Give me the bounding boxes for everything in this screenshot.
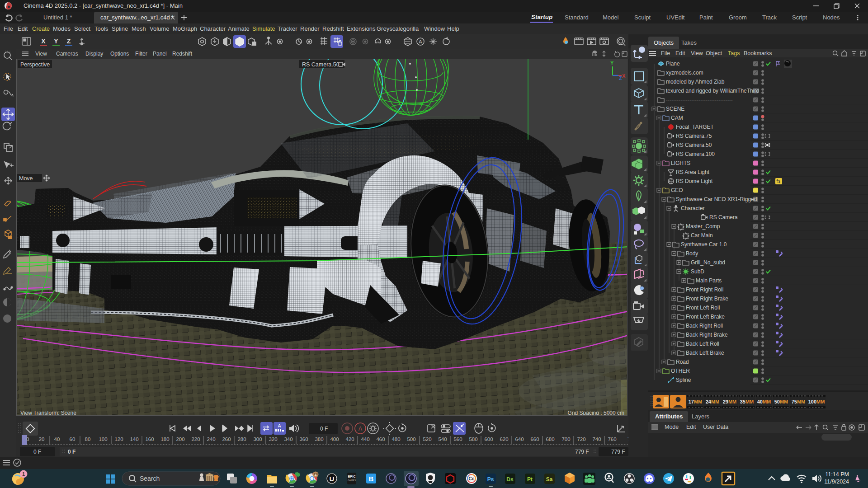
svg-text:560: 560 [453,436,462,442]
svg-text:120: 120 [114,436,123,442]
svg-text:80: 80 [85,436,91,442]
svg-text:0: 0 [26,436,29,442]
svg-text:Y: Y [610,60,614,66]
svg-text:40: 40 [54,436,60,442]
svg-text:140: 140 [130,436,138,442]
svg-text:620: 620 [500,436,508,442]
svg-text:RS Camera.50: RS Camera.50 [302,61,340,68]
svg-text:480: 480 [392,436,400,442]
svg-text:180: 180 [160,436,169,442]
svg-text:Sa: Sa [546,476,553,483]
svg-text:220: 220 [191,436,200,442]
svg-text:50MM: 50MM [774,399,788,404]
svg-text:Ps: Ps [487,476,494,483]
svg-text:320: 320 [269,436,277,442]
svg-text:160: 160 [145,436,154,442]
svg-text:U: U [330,475,335,483]
svg-text:540: 540 [438,436,447,442]
svg-text:40MM: 40MM [757,399,771,404]
svg-text:20: 20 [39,436,45,442]
svg-text:60: 60 [70,436,75,442]
svg-text:Pt: Pt [527,476,533,483]
svg-text:A: A [359,426,362,432]
svg-text:420: 420 [345,436,354,442]
svg-text:100: 100 [99,436,107,442]
svg-text:260: 260 [222,436,231,442]
svg-text:779 F: 779 F [575,449,589,455]
svg-text:340: 340 [284,436,292,442]
svg-text:1: 1 [22,471,25,477]
svg-text:280: 280 [237,436,246,442]
svg-text:0 F: 0 F [68,449,75,455]
svg-text:580: 580 [469,436,477,442]
svg-text:B: B [369,475,374,483]
svg-text:11:14 PM: 11:14 PM [825,471,849,478]
svg-text:EPIC: EPIC [348,474,356,479]
svg-text:Search: Search [140,475,160,482]
svg-text:520: 520 [423,436,431,442]
svg-text:Perspective: Perspective [20,61,50,68]
svg-text:720: 720 [577,436,585,442]
svg-text:360: 360 [299,436,308,442]
svg-text:640: 640 [515,436,524,442]
svg-text:300: 300 [253,436,262,442]
svg-text:View Transform: Scene: View Transform: Scene [20,410,76,416]
svg-text:680: 680 [546,436,554,442]
svg-text:17MM: 17MM [689,399,703,404]
svg-text:Z: Z [619,75,622,81]
svg-text:100MM: 100MM [808,399,825,404]
svg-text:75MM: 75MM [792,399,806,404]
svg-text:Grid Spacing : 5000 cm: Grid Spacing : 5000 cm [568,410,624,416]
svg-text:35MM: 35MM [740,399,754,404]
svg-text:A: A [419,39,422,44]
svg-text:460: 460 [376,436,385,442]
svg-text:X: X [622,73,626,79]
svg-text:GAMES: GAMES [348,479,356,482]
svg-text:Y: Y [54,38,58,45]
svg-text:0 F: 0 F [320,426,328,432]
svg-text:29MM: 29MM [723,399,737,404]
svg-text:440: 440 [361,436,369,442]
svg-text:760: 760 [608,436,616,442]
svg-text:Ds: Ds [506,476,514,483]
svg-text:600: 600 [484,436,493,442]
svg-text:500: 500 [407,436,415,442]
svg-text:A: A [278,423,281,428]
svg-text:X: X [41,38,46,45]
svg-text:24MM: 24MM [706,399,720,404]
svg-text:700: 700 [561,436,570,442]
svg-text:200: 200 [176,436,184,442]
svg-text:11/9/2024: 11/9/2024 [824,479,849,485]
svg-text:380: 380 [315,436,323,442]
svg-text:779 F: 779 F [611,449,625,455]
svg-text:240: 240 [207,436,215,442]
svg-text:0 F: 0 F [33,449,41,455]
svg-text:Cc: Cc [469,476,475,481]
svg-text:660: 660 [530,436,539,442]
svg-text:400: 400 [330,436,339,442]
svg-text:740: 740 [592,436,601,442]
svg-text:Z: Z [67,38,71,45]
svg-text:Move: Move [19,175,33,182]
